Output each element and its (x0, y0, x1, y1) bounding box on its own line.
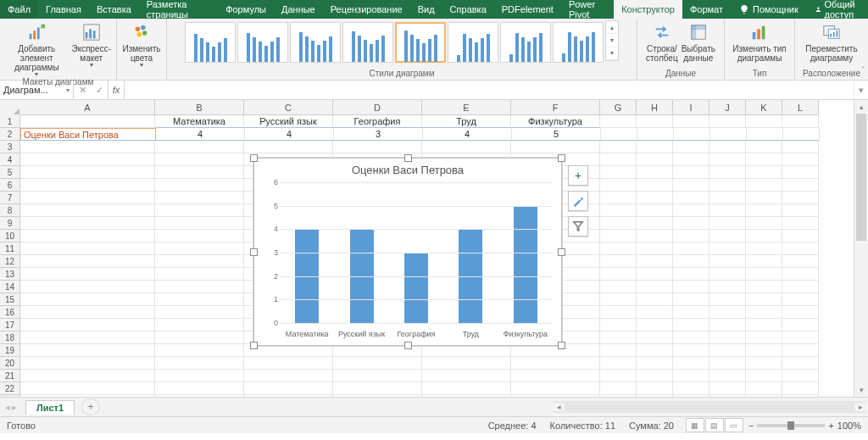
cell[interactable] (511, 141, 600, 153)
cell[interactable] (709, 255, 746, 268)
enter-icon[interactable]: ✓ (91, 85, 108, 96)
tab-power-pivot[interactable]: Power Pivot (561, 0, 614, 19)
cell[interactable] (746, 166, 782, 179)
add-sheet-button[interactable]: + (81, 398, 100, 415)
cell[interactable] (600, 141, 637, 153)
cell[interactable] (155, 370, 244, 382)
cell[interactable] (747, 128, 783, 141)
cell[interactable] (637, 166, 673, 179)
cell[interactable] (155, 319, 244, 331)
cell[interactable] (600, 319, 637, 331)
cell[interactable] (746, 217, 782, 230)
cell[interactable] (422, 395, 511, 397)
cell[interactable] (600, 357, 637, 370)
cell[interactable] (673, 306, 709, 319)
cell[interactable] (673, 268, 709, 281)
normal-view-icon[interactable]: ▦ (686, 418, 704, 432)
cell[interactable] (155, 395, 244, 397)
cell[interactable] (746, 331, 782, 344)
cell[interactable] (782, 166, 819, 179)
resize-handle[interactable] (558, 248, 565, 256)
name-box[interactable]: Диаграм...▾ (0, 81, 74, 99)
cell[interactable] (673, 255, 709, 268)
cell[interactable] (637, 192, 673, 204)
tab-insert[interactable]: Вставка (89, 0, 139, 19)
tab-data[interactable]: Данные (274, 0, 323, 19)
cell[interactable] (20, 255, 155, 268)
cell[interactable] (709, 166, 746, 179)
cell[interactable] (244, 382, 333, 395)
cell[interactable] (155, 204, 244, 217)
row-header[interactable]: 8 (0, 204, 20, 217)
chart-bar[interactable] (404, 253, 428, 323)
row-header[interactable]: 15 (0, 293, 20, 306)
fx-icon[interactable]: fx (108, 81, 125, 99)
cell[interactable] (155, 382, 244, 395)
resize-handle[interactable] (250, 154, 258, 162)
column-header[interactable]: K (746, 100, 782, 115)
tab-home[interactable]: Главная (38, 0, 89, 19)
cell[interactable] (746, 395, 782, 397)
tab-formulas[interactable]: Формулы (218, 0, 274, 19)
cell[interactable] (782, 217, 819, 230)
tell-me[interactable]: Помощник (731, 4, 807, 14)
cell[interactable] (422, 370, 511, 382)
cell[interactable] (422, 382, 511, 395)
cell[interactable] (673, 204, 709, 217)
tab-review[interactable]: Рецензирование (323, 0, 410, 19)
cell[interactable] (746, 268, 782, 281)
cell[interactable] (20, 306, 155, 319)
sheet-nav[interactable]: ◂▸ (0, 402, 22, 413)
cell[interactable] (709, 395, 746, 397)
cell[interactable] (709, 153, 746, 166)
cell[interactable] (782, 344, 819, 357)
collapse-ribbon-icon[interactable]: ˇ (862, 66, 865, 75)
sheet-tab-active[interactable]: Лист1 (25, 400, 75, 415)
cell[interactable] (782, 306, 819, 319)
cell[interactable] (709, 268, 746, 281)
cell[interactable] (746, 370, 782, 382)
cell[interactable] (710, 128, 747, 141)
cell[interactable] (673, 166, 709, 179)
column-header[interactable]: I (673, 100, 709, 115)
column-header[interactable]: L (782, 100, 819, 115)
cell[interactable] (637, 141, 673, 153)
cell[interactable] (600, 306, 637, 319)
cell[interactable] (155, 179, 244, 192)
quick-layout-button[interactable]: Экспресс- макет ▾ (71, 20, 111, 68)
cell[interactable] (709, 115, 746, 128)
cell[interactable] (673, 281, 709, 293)
cell[interactable] (673, 192, 709, 204)
cell[interactable] (673, 242, 709, 255)
cell[interactable] (782, 268, 819, 281)
cell[interactable] (333, 395, 422, 397)
cell[interactable] (511, 357, 600, 370)
cell[interactable] (673, 115, 709, 128)
cell[interactable] (20, 395, 155, 397)
cell[interactable] (422, 357, 511, 370)
cell[interactable] (746, 344, 782, 357)
cell[interactable] (20, 370, 155, 382)
cell[interactable] (782, 395, 819, 397)
cell[interactable] (782, 319, 819, 331)
cell[interactable] (511, 395, 600, 397)
cell[interactable] (637, 115, 673, 128)
column-header[interactable]: E (422, 100, 511, 115)
zoom-out-icon[interactable]: − (748, 421, 754, 431)
cell[interactable] (333, 370, 422, 382)
cell[interactable] (746, 230, 782, 242)
cell[interactable] (746, 357, 782, 370)
row-header[interactable]: 5 (0, 166, 20, 179)
row-header[interactable]: 16 (0, 306, 20, 319)
cell[interactable] (637, 153, 673, 166)
expand-formula-bar-icon[interactable]: ▾ (854, 81, 868, 99)
cell[interactable] (709, 204, 746, 217)
cell[interactable] (155, 357, 244, 370)
cell[interactable]: Труд (422, 115, 511, 128)
cell[interactable] (511, 344, 600, 357)
cell[interactable] (637, 306, 673, 319)
row-headers[interactable]: 1234567891011121314151617181920212223 (0, 115, 20, 397)
cell[interactable] (637, 293, 673, 306)
cell[interactable] (244, 357, 333, 370)
cell[interactable] (746, 281, 782, 293)
